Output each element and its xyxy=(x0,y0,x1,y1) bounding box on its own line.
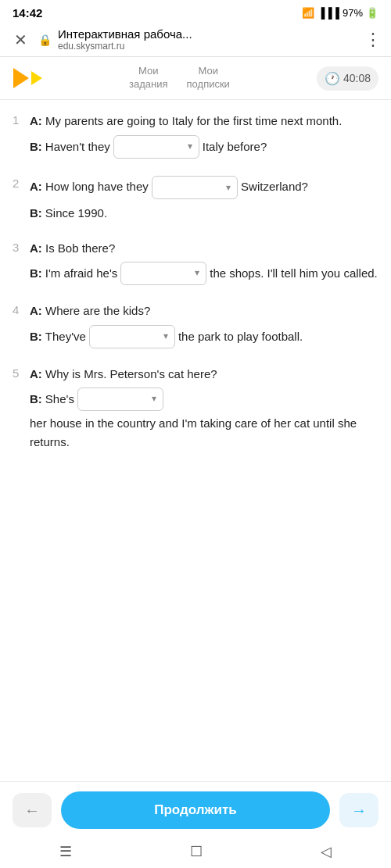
q3-number: 3 xyxy=(13,240,23,254)
q2-a-line: 2 A: How long have they ▾ Switzerland? xyxy=(13,176,378,199)
q1-number: 1 xyxy=(13,113,23,127)
q1-b-label: B: xyxy=(30,138,42,156)
timer-box: 🕐 40:08 xyxy=(317,66,378,91)
battery-icon: 🔋 xyxy=(366,7,378,19)
q4-b-suffix: the park to play football. xyxy=(178,327,303,346)
next-button[interactable]: → xyxy=(339,793,378,827)
q1-a-text: A: My parents are going to Italy for the… xyxy=(30,113,378,130)
nav-my-subs-line2: подписки xyxy=(187,78,230,91)
q4-b-line: B: They've ▾ the park to play football. xyxy=(13,325,378,348)
browser-bar: ✕ 🔒 Интерактивная рабоча... edu.skysmart… xyxy=(0,23,391,57)
bottom-nav: ← Продолжить → ☰ ☐ ◁ xyxy=(0,781,391,868)
q2-chevron-icon: ▾ xyxy=(226,180,231,195)
q4-b-prefix: They've xyxy=(45,327,86,346)
q4-b-label: B: xyxy=(30,327,42,346)
wifi-icon: 📶 xyxy=(302,7,314,19)
signal-icon: ▐▐▐ xyxy=(317,7,339,19)
q5-number: 5 xyxy=(13,366,23,380)
q4-chevron-icon: ▾ xyxy=(163,329,168,344)
page-url: edu.skysmart.ru xyxy=(58,41,358,52)
logo-triangle-outer xyxy=(13,68,29,88)
menu-icon[interactable]: ⋮ xyxy=(364,30,382,50)
question-5: 5 A: Why is Mrs. Peterson's cat here? B:… xyxy=(13,366,378,452)
status-icons: 📶 ▐▐▐ 97% 🔋 xyxy=(302,7,378,19)
q1-b-suffix: Italy before? xyxy=(203,138,267,156)
android-home-icon[interactable]: ☐ xyxy=(190,843,203,860)
q2-a-label: A: xyxy=(30,179,42,192)
q2-a-text: A: How long have they ▾ Switzerland? xyxy=(30,176,378,199)
app-logo xyxy=(13,63,42,93)
question-2: 2 A: How long have they ▾ Switzerland? B… xyxy=(13,176,378,223)
q1-b-prefix: Haven't they xyxy=(45,138,110,156)
q4-dropdown[interactable]: ▾ xyxy=(89,325,175,348)
lock-icon: 🔒 xyxy=(38,34,52,46)
q5-b-suffix: her house in the country and I'm taking … xyxy=(30,414,378,452)
q1-dropdown[interactable]: ▾ xyxy=(113,135,199,159)
q5-a-line: 5 A: Why is Mrs. Peterson's cat here? xyxy=(13,366,378,384)
nav-links: Мои задания Мои подписки xyxy=(52,65,307,91)
prev-button[interactable]: ← xyxy=(13,793,52,827)
q5-b-label: B: xyxy=(30,390,42,409)
battery-percent: 97% xyxy=(343,7,363,19)
q3-a-label: A: xyxy=(30,241,42,255)
q3-b-suffix: shops. I'll tell him you called. xyxy=(229,264,378,283)
action-bar: ← Продолжить → xyxy=(0,782,391,838)
q4-number: 4 xyxy=(13,302,23,316)
q3-a-line: 3 A: Is Bob there? xyxy=(13,240,378,258)
status-time: 14:42 xyxy=(13,6,42,20)
q1-chevron-icon: ▾ xyxy=(188,139,192,154)
q3-b-prefix: I'm afraid he's xyxy=(45,264,117,283)
nav-my-subs-line1: Мои xyxy=(198,65,217,78)
q4-a-label: A: xyxy=(30,304,42,317)
q2-dropdown[interactable]: ▾ xyxy=(152,176,238,199)
page-title: Интерактивная рабоча... xyxy=(58,27,358,41)
status-bar: 14:42 📶 ▐▐▐ 97% 🔋 xyxy=(0,0,391,23)
android-nav-bar: ☰ ☐ ◁ xyxy=(0,838,391,868)
timer-display: 40:08 xyxy=(343,72,371,84)
right-arrow-icon: → xyxy=(351,802,367,820)
nav-my-subscriptions[interactable]: Мои подписки xyxy=(187,65,230,91)
q4-a-line: 4 A: Where are the kids? xyxy=(13,302,378,320)
q5-chevron-icon: ▾ xyxy=(152,391,156,406)
browser-info: Интерактивная рабоча... edu.skysmart.ru xyxy=(58,27,358,52)
q2-b-text: Since 1990. xyxy=(45,204,107,223)
q2-number: 2 xyxy=(13,176,23,190)
nav-my-tasks[interactable]: Мои задания xyxy=(129,65,168,91)
q1-b-line: B: Haven't they ▾ Italy before? xyxy=(13,135,378,159)
question-4: 4 A: Where are the kids? B: They've ▾ th… xyxy=(13,302,378,348)
q3-b-line: B: I'm afraid he's ▾ the shops. I'll tel… xyxy=(13,262,378,285)
q3-chevron-icon: ▾ xyxy=(195,266,199,280)
q3-a-text: A: Is Bob there? xyxy=(30,240,378,258)
q1-a-line: 1 A: My parents are going to Italy for t… xyxy=(13,113,378,130)
q3-dropdown[interactable]: ▾ xyxy=(120,262,206,285)
nav-my-tasks-line1: Мои xyxy=(138,65,158,78)
logo-triangle-inner xyxy=(31,71,42,85)
q4-a-text: A: Where are the kids? xyxy=(30,302,378,320)
question-1: 1 A: My parents are going to Italy for t… xyxy=(13,113,378,159)
main-content: 1 A: My parents are going to Italy for t… xyxy=(0,100,391,563)
close-button[interactable]: ✕ xyxy=(9,29,32,51)
left-arrow-icon: ← xyxy=(24,802,40,820)
continue-button[interactable]: Продолжить xyxy=(61,791,330,829)
q2-b-label: B: xyxy=(30,204,42,223)
android-recents-icon[interactable]: ◁ xyxy=(321,843,332,860)
app-nav: Мои задания Мои подписки 🕐 40:08 xyxy=(0,57,391,100)
q2-b-line: B: Since 1990. xyxy=(13,204,378,223)
nav-my-tasks-line2: задания xyxy=(129,78,168,91)
android-back-icon[interactable]: ☰ xyxy=(59,843,72,860)
q5-a-label: A: xyxy=(30,367,42,380)
q5-b-line: B: She's ▾ her house in the country and … xyxy=(13,388,378,452)
q3-b-label: B: xyxy=(30,264,42,283)
q5-dropdown[interactable]: ▾ xyxy=(77,388,163,411)
q3-b-mid: the xyxy=(210,264,226,283)
question-3: 3 A: Is Bob there? B: I'm afraid he's ▾ … xyxy=(13,240,378,286)
clock-icon: 🕐 xyxy=(325,71,340,86)
q5-a-text: A: Why is Mrs. Peterson's cat here? xyxy=(30,366,378,384)
q1-a-label: A: xyxy=(30,114,42,127)
q5-b-prefix: She's xyxy=(45,390,74,409)
